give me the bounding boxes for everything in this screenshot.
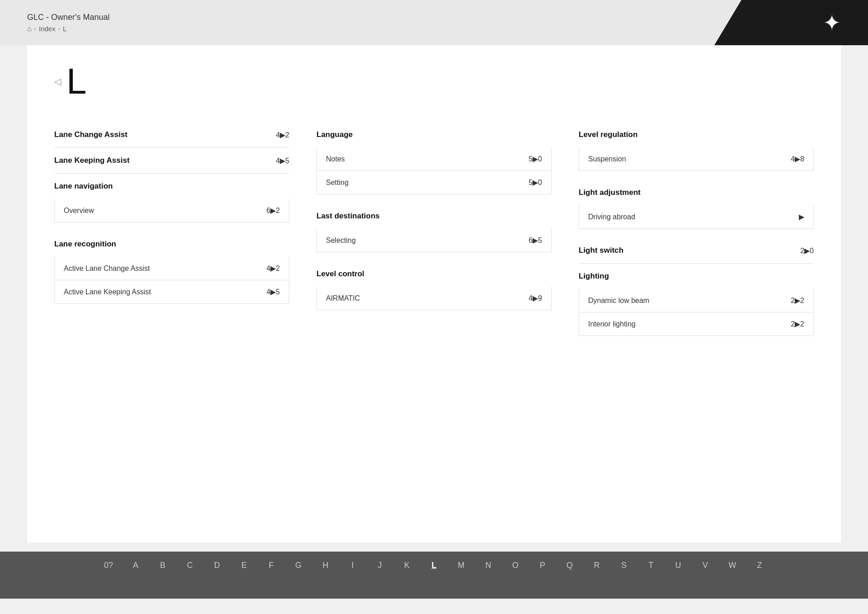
- entry-label: Level regulation: [579, 130, 637, 139]
- alpha-B[interactable]: B: [149, 561, 176, 570]
- alpha-U[interactable]: U: [665, 561, 692, 570]
- alpha-F[interactable]: F: [258, 561, 285, 570]
- sub-entry-page: 4▶8: [791, 155, 804, 163]
- alpha-D[interactable]: D: [203, 561, 231, 570]
- alpha-V[interactable]: V: [692, 561, 719, 570]
- breadcrumb-sep-2: ›: [58, 25, 60, 32]
- footer-bar: F254 0177 02: [0, 579, 868, 599]
- entry-last-destinations-parent: Last destinations: [316, 203, 552, 229]
- alpha-J[interactable]: J: [366, 561, 393, 570]
- entry-label: Last destinations: [316, 212, 380, 221]
- sub-entry-airmatic[interactable]: AIRMATIC 4▶9: [317, 287, 551, 310]
- prev-letter-arrow[interactable]: ◁: [54, 76, 61, 87]
- light-adjustment-children: Driving abroad ▶: [579, 205, 814, 229]
- sub-entry-driving-abroad[interactable]: Driving abroad ▶: [579, 205, 813, 228]
- alpha-M[interactable]: M: [448, 561, 475, 570]
- alpha-G[interactable]: G: [285, 561, 312, 570]
- lighting-children: Dynamic low beam 2▶2 Interior lighting 2…: [579, 289, 814, 336]
- sub-entry-label: Setting: [326, 179, 349, 187]
- alpha-C[interactable]: C: [176, 561, 203, 570]
- alpha-I[interactable]: I: [339, 561, 366, 570]
- logo-area: ✦: [714, 0, 868, 45]
- entry-label: Language: [316, 130, 353, 139]
- alpha-R[interactable]: R: [583, 561, 610, 570]
- alpha-N[interactable]: N: [475, 561, 502, 570]
- entry-lane-change-assist[interactable]: Lane Change Assist 4▶2: [54, 122, 289, 148]
- breadcrumb-index[interactable]: Index: [39, 25, 56, 33]
- sub-entry-page: 6▶2: [266, 206, 280, 215]
- entry-page: 4▶2: [276, 131, 289, 139]
- alpha-H[interactable]: H: [312, 561, 339, 570]
- sub-entry-setting[interactable]: Setting 5▶0: [317, 171, 551, 194]
- entry-lighting-parent: Lighting: [579, 264, 814, 289]
- sub-entry-overview[interactable]: Overview 6▶2: [55, 199, 289, 222]
- header-left: GLC - Owner's Manual ⌂ › Index › L: [27, 13, 110, 33]
- entry-light-adjustment-parent: Light adjustment: [579, 180, 814, 205]
- sub-entry-page: 4▶5: [266, 288, 280, 296]
- sub-entry-suspension[interactable]: Suspension 4▶8: [579, 147, 813, 170]
- entry-label: Light switch: [579, 246, 623, 255]
- index-column-2: Language Notes 5▶0 Setting 5▶0 Last dest…: [316, 122, 552, 336]
- page-letter: L: [66, 63, 87, 99]
- language-children: Notes 5▶0 Setting 5▶0: [316, 147, 552, 194]
- sub-entry-selecting[interactable]: Selecting 6▶5: [317, 229, 551, 252]
- sub-entry-interior-lighting[interactable]: Interior lighting 2▶2: [579, 312, 813, 335]
- main-content: ◁ L Lane Change Assist 4▶2 Lane Keeping …: [27, 45, 841, 543]
- entry-label: Lane Change Assist: [54, 130, 127, 139]
- sub-entry-label: Suspension: [588, 155, 626, 163]
- sub-entry-page: 2▶2: [791, 296, 804, 305]
- sub-entry-page: 5▶0: [528, 178, 542, 187]
- page-header: GLC - Owner's Manual ⌂ › Index › L ✦: [0, 0, 868, 45]
- page-letter-row: ◁ L: [54, 63, 814, 99]
- breadcrumb: ⌂ › Index › L: [27, 25, 110, 33]
- sub-entry-active-lane-change[interactable]: Active Lane Change Assist 4▶2: [55, 257, 289, 280]
- alpha-0[interactable]: 0?: [95, 561, 122, 570]
- sub-entry-page: 4▶2: [266, 264, 280, 273]
- alpha-O[interactable]: O: [502, 561, 529, 570]
- index-column-1: Lane Change Assist 4▶2 Lane Keeping Assi…: [54, 122, 289, 336]
- sub-entry-label: Notes: [326, 155, 345, 163]
- entry-page: 4▶5: [276, 156, 289, 165]
- entry-level-control-parent: Level control: [316, 261, 552, 287]
- alpha-K[interactable]: K: [393, 561, 420, 570]
- entry-level-regulation-parent: Level regulation: [579, 122, 814, 147]
- sub-entry-label: Selecting: [326, 236, 356, 245]
- sub-entry-active-lane-keeping[interactable]: Active Lane Keeping Assist 4▶5: [55, 280, 289, 303]
- alpha-Z[interactable]: Z: [746, 561, 773, 570]
- sub-entry-page: 5▶0: [528, 155, 542, 163]
- entry-page: 2▶0: [800, 246, 814, 255]
- footer-code: F254 0177 02: [415, 582, 453, 590]
- last-destinations-children: Selecting 6▶5: [316, 229, 552, 252]
- entry-lane-navigation-parent: Lane navigation: [54, 174, 289, 199]
- index-column-3: Level regulation Suspension 4▶8 Light ad…: [579, 122, 814, 336]
- level-control-children: AIRMATIC 4▶9: [316, 287, 552, 310]
- alpha-A[interactable]: A: [122, 561, 149, 570]
- home-icon[interactable]: ⌂: [27, 25, 32, 33]
- breadcrumb-sep-1: ›: [34, 25, 36, 32]
- sub-entry-label: Active Lane Keeping Assist: [64, 288, 151, 296]
- entry-label: Lane Keeping Assist: [54, 156, 130, 165]
- lane-navigation-children: Overview 6▶2: [54, 199, 289, 222]
- sub-entry-notes[interactable]: Notes 5▶0: [317, 147, 551, 171]
- alpha-S[interactable]: S: [610, 561, 637, 570]
- entry-light-switch[interactable]: Light switch 2▶0: [579, 238, 814, 264]
- entry-label: Level control: [316, 269, 364, 279]
- manual-title: GLC - Owner's Manual: [27, 13, 110, 22]
- sub-entry-label: Driving abroad: [588, 213, 635, 221]
- breadcrumb-current: L: [63, 25, 66, 33]
- lane-recognition-children: Active Lane Change Assist 4▶2 Active Lan…: [54, 257, 289, 304]
- entry-label: Lane navigation: [54, 182, 113, 191]
- entry-lane-keeping-assist[interactable]: Lane Keeping Assist 4▶5: [54, 148, 289, 174]
- alpha-E[interactable]: E: [231, 561, 258, 570]
- sub-entry-page: ▶: [799, 213, 804, 221]
- alpha-P[interactable]: P: [529, 561, 556, 570]
- alpha-Q[interactable]: Q: [556, 561, 583, 570]
- entry-language-parent: Language: [316, 122, 552, 147]
- entry-label: Light adjustment: [579, 188, 641, 197]
- alpha-T[interactable]: T: [637, 561, 665, 570]
- sub-entry-label: Interior lighting: [588, 320, 636, 328]
- sub-entry-dynamic-low-beam[interactable]: Dynamic low beam 2▶2: [579, 289, 813, 312]
- alpha-W[interactable]: W: [719, 561, 746, 570]
- sub-entry-page: 2▶2: [791, 320, 804, 328]
- alpha-L[interactable]: L: [420, 561, 448, 570]
